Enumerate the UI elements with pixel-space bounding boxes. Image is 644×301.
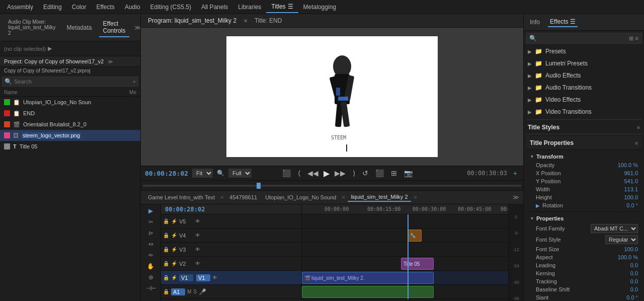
track-v4-lock[interactable]: 🔒	[163, 233, 169, 238]
extract-btn[interactable]: ⊞	[389, 168, 399, 178]
mark-out-btn[interactable]: ⬛	[373, 168, 386, 178]
effect-group-audio-trans-header[interactable]: ▶ 📁 Audio Transitions	[526, 82, 642, 93]
y-pos-value[interactable]: 541.0	[624, 178, 638, 184]
tool-inout[interactable]: ⊣⊢	[145, 284, 157, 293]
track-lane-v3[interactable]	[302, 243, 508, 257]
clip-a1[interactable]	[302, 286, 434, 298]
play-btn[interactable]: ▶	[324, 169, 330, 178]
camera-btn[interactable]: 📷	[402, 168, 415, 178]
title-styles-toggle[interactable]: ≡	[637, 125, 640, 130]
tab-effect-controls[interactable]: Effect Controls	[99, 18, 130, 37]
asset-row-utopian[interactable]: 📋 Utopian_IO_Logo_No Soun	[0, 97, 140, 108]
track-v4-vis[interactable]: 👁	[195, 233, 200, 238]
track-v5-sync[interactable]: ⚡	[171, 218, 177, 224]
tool-ripple[interactable]: ⊳	[147, 229, 154, 238]
menu-titles[interactable]: Titles ☰	[266, 1, 298, 13]
track-a1-m[interactable]: M	[187, 289, 191, 294]
add-btn[interactable]: +	[511, 168, 519, 178]
menu-metalogging[interactable]: Metalogging	[298, 2, 341, 13]
project-search-input[interactable]	[14, 79, 131, 85]
tab-audio-clip-mixer[interactable]: Audio Clip Mixer: liquid_sim_test_Milky …	[4, 17, 59, 38]
track-v1-lock[interactable]: 🔒	[163, 275, 169, 280]
x-pos-value[interactable]: 961.0	[624, 170, 638, 176]
tool-select[interactable]: ▶	[147, 206, 154, 215]
mark-in-btn[interactable]: ⬛	[280, 168, 293, 178]
seq-tab-liquid[interactable]: liquid_sim_test_Milky 2	[348, 193, 411, 202]
menu-color[interactable]: Color	[67, 2, 92, 13]
tool-hand[interactable]: ✋	[146, 262, 155, 271]
scrubber-track[interactable]	[143, 185, 521, 187]
properties-group-header[interactable]: ▼ Properties	[530, 214, 638, 223]
project-expand-icon[interactable]: ≫	[108, 59, 113, 64]
menu-libraries[interactable]: Libraries	[233, 2, 266, 13]
baseline-shift-value[interactable]: 0.0	[630, 286, 638, 292]
track-v3-vis[interactable]: 👁	[195, 247, 200, 252]
track-v2-sync[interactable]: ⚡	[171, 261, 177, 266]
track-v5-lock[interactable]: 🔒	[163, 218, 169, 224]
height-value[interactable]: 100.0	[624, 194, 638, 200]
clip-v4[interactable]: 🔧	[408, 230, 422, 242]
effects-icon-list[interactable]: ≡	[635, 35, 638, 41]
step-fwd-btn[interactable]: ▶▶	[333, 168, 348, 178]
font-style-select[interactable]: Regular	[605, 235, 638, 244]
track-v1-sync[interactable]: ⚡	[171, 275, 177, 280]
track-a1-lock[interactable]: 🔒	[163, 289, 169, 294]
tool-pen[interactable]: ✏	[147, 251, 154, 260]
tab-title-end[interactable]: Title: END	[252, 16, 285, 25]
clip-liquid[interactable]: 🎬 liquid_sim_test_Milky 2.	[302, 272, 434, 284]
scrubber-head[interactable]	[257, 183, 261, 189]
tool-zoom[interactable]: ⊕	[147, 273, 154, 282]
menu-editing-cs55[interactable]: Editing (CS5.5)	[145, 2, 196, 13]
font-family-select[interactable]: Abadi MT C...	[591, 224, 638, 233]
kerning-value[interactable]: 0.0	[630, 270, 638, 276]
seq-tab-game-level[interactable]: Game Level Intro_with Text	[145, 193, 218, 201]
track-lane-v4[interactable]: 🔧	[302, 229, 508, 243]
opacity-value[interactable]: 100.0 %	[618, 162, 638, 168]
font-size-value[interactable]: 100.0	[624, 246, 638, 252]
track-v2-lock[interactable]: 🔒	[163, 261, 169, 266]
menu-audio[interactable]: Audio	[120, 2, 145, 13]
effects-search-input[interactable]	[539, 35, 627, 41]
tab-program-close[interactable]: ✕	[244, 18, 248, 24]
title-props-menu-icon[interactable]: ≡	[635, 140, 638, 146]
track-a1-s[interactable]: S	[193, 289, 197, 294]
track-v5-vis[interactable]: 👁	[195, 218, 200, 224]
asset-row-orientalist[interactable]: 🎬 Orientalist Brutalist_8.2_0	[0, 119, 140, 130]
effect-group-audio-fx-header[interactable]: ▶ 📁 Audio Effects	[526, 70, 642, 81]
step-fwd2-btn[interactable]: ⟩	[351, 168, 357, 178]
menu-editing[interactable]: Editing	[38, 2, 67, 13]
loop-btn[interactable]: ↺	[360, 168, 370, 178]
track-v3-sync[interactable]: ⚡	[171, 247, 177, 252]
effects-icon-grid[interactable]: ⊞	[629, 35, 633, 42]
full-select[interactable]: Full	[228, 169, 252, 178]
step-back-btn[interactable]: ⟨	[296, 168, 302, 178]
seq-tab-454[interactable]: 454798611	[226, 193, 260, 201]
tab-info[interactable]: Info	[528, 18, 542, 27]
menu-all-panels[interactable]: All Panels	[196, 2, 233, 13]
track-v2-vis[interactable]: 👁	[195, 261, 200, 266]
track-v4-sync[interactable]: ⚡	[171, 233, 177, 238]
clip-title05[interactable]: Title 05	[401, 258, 434, 270]
track-lane-a1[interactable]	[302, 285, 508, 299]
asset-row-steem[interactable]: 🖼 steem_logo_vector.png	[0, 130, 140, 141]
rotation-expand[interactable]: ▶	[536, 203, 540, 208]
track-lane-v5[interactable]	[302, 214, 508, 229]
menu-assembly[interactable]: Assembly	[2, 2, 38, 13]
step-back2-btn[interactable]: ◀◀	[305, 168, 320, 178]
scrubber-bar[interactable]	[141, 180, 523, 190]
tab-metadata[interactable]: Metadata	[62, 22, 96, 33]
width-value[interactable]: 113.1	[624, 186, 638, 192]
menu-effects[interactable]: Effects	[91, 2, 119, 13]
track-lane-v2[interactable]: Title 05	[302, 257, 508, 271]
tab-effects[interactable]: Effects ☰	[548, 17, 578, 27]
panel-expand-icon[interactable]: ≫	[134, 24, 141, 31]
asset-row-title05[interactable]: T Title 05	[0, 141, 140, 152]
effect-group-lumetri-header[interactable]: ▶ 📁 Lumetri Presets	[526, 58, 642, 69]
tracking-value[interactable]: 0.0	[630, 278, 638, 284]
leading-value[interactable]: 0.0	[630, 262, 638, 268]
asset-row-end[interactable]: 📋 END	[0, 108, 140, 119]
slant-value[interactable]: 0.0 °	[626, 294, 638, 300]
track-lane-v1[interactable]: 🎬 liquid_sim_test_Milky 2.	[302, 271, 508, 285]
transform-group-header[interactable]: ▼ Transform	[530, 152, 638, 161]
fit-select[interactable]: Fit	[192, 169, 213, 178]
